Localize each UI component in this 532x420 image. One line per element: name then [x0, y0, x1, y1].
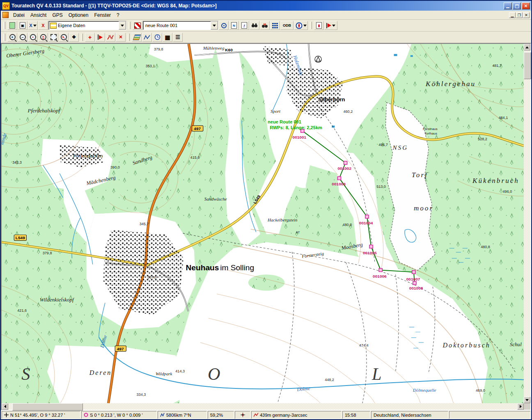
elevation-label: 390,0: [110, 165, 120, 169]
find-on-map-button[interactable]: M: [260, 21, 270, 30]
odb-button[interactable]: ODB: [280, 21, 294, 30]
data-source-dropdown-button[interactable]: [119, 21, 126, 30]
scroll-up-button[interactable]: [524, 44, 530, 50]
show-position-button[interactable]: [219, 21, 229, 30]
vertical-scroll-thumb[interactable]: [524, 52, 531, 79]
toolbar-grip[interactable]: [3, 22, 5, 29]
menu-fenster[interactable]: Fenster: [91, 11, 114, 19]
waypoint-marker[interactable]: [413, 281, 416, 285]
elevation-label: 448,2: [325, 378, 334, 382]
title-bar[interactable]: QV Touratech QV 4.0.133 Standard - [(1) …: [1, 1, 531, 11]
delete-button[interactable]: X: [38, 21, 48, 30]
toolbar-grip[interactable]: [128, 22, 131, 29]
area-label: Schul: [510, 341, 522, 347]
scroll-left-button[interactable]: [2, 403, 8, 410]
layers-button[interactable]: [132, 33, 142, 42]
topo-map[interactable]: 497 497 L549 K60 L549: [2, 44, 524, 403]
toolbar-grip[interactable]: [128, 34, 130, 41]
new-map-window-button[interactable]: ▣: [18, 21, 28, 30]
map-manager-button[interactable]: [7, 21, 17, 30]
region-letter: S: [21, 365, 30, 383]
plot-button[interactable]: [324, 21, 337, 30]
waypoint-marker[interactable]: [412, 270, 415, 274]
vertical-scrollbar[interactable]: [524, 44, 530, 403]
data-table-button[interactable]: [270, 21, 280, 30]
status-region-panel: Deutschland, Niedersachsen: [371, 411, 448, 419]
checkered-flag-icon: [134, 23, 141, 29]
track-tool-button[interactable]: [142, 33, 152, 42]
scroll-right-button[interactable]: [517, 403, 524, 410]
map-canvas[interactable]: 497 497 L549 K60 L549: [2, 44, 524, 403]
grid-toggle-button[interactable]: ▦: [163, 33, 172, 42]
legend-button[interactable]: ☰: [173, 33, 183, 42]
zoom-out-button[interactable]: −: [18, 33, 28, 42]
village-label: Fohlenplacken: [73, 153, 103, 158]
print-preview-button[interactable]: ▮: [314, 21, 324, 30]
menu-datei[interactable]: Datei: [10, 11, 28, 19]
status-distance: 5806km 7°N: [166, 413, 191, 418]
toolbar-grip[interactable]: [3, 34, 5, 41]
menu-ansicht[interactable]: Ansicht: [28, 11, 49, 19]
area-label: Deren: [89, 369, 112, 376]
toolbar-grip[interactable]: [81, 34, 83, 41]
compass-button[interactable]: [294, 21, 308, 30]
waypoint-marker[interactable]: [337, 177, 341, 180]
elevation-label: 367,0: [147, 275, 157, 279]
scroll-down-button[interactable]: [524, 397, 530, 403]
waypoint-marker[interactable]: [369, 245, 373, 248]
toolbar-grip[interactable]: [310, 22, 312, 29]
menu-gps[interactable]: GPS: [49, 11, 65, 19]
horizontal-scrollbar[interactable]: [2, 403, 524, 410]
minimize-button[interactable]: [504, 2, 512, 9]
zoom-window-button[interactable]: [48, 33, 58, 42]
poi-label: AT: [296, 231, 300, 234]
zoom-page-button[interactable]: ▯: [38, 33, 48, 42]
waypoint-marker[interactable]: [365, 215, 369, 218]
mdi-minimize-button[interactable]: ▁: [509, 12, 516, 18]
street-label: Mühlenweg: [203, 46, 225, 50]
pan-button[interactable]: ✥: [69, 33, 79, 42]
elevation-label: 345,7: [140, 222, 149, 226]
map-symbols: [315, 56, 321, 63]
route-flag-button[interactable]: [133, 21, 142, 30]
close-button[interactable]: ✕: [522, 2, 530, 9]
status-zoom-panel: 59,2%: [208, 411, 234, 419]
waypoint-marker[interactable]: [379, 269, 382, 272]
add-route-button[interactable]: [95, 33, 105, 42]
mdi-window-controls: ▁ ❐ ✕: [509, 12, 530, 18]
menu-optionen[interactable]: Optionen: [66, 11, 92, 19]
zoom-in-button[interactable]: +: [7, 33, 17, 42]
mdi-close-button[interactable]: ✕: [523, 12, 530, 18]
menu-bar: Datei Ansicht GPS Optionen Fenster ? ▁ ❐…: [1, 11, 531, 20]
status-offset: S 0 ° 0.213 ', W 0 ° 0.009 ': [90, 413, 143, 418]
find-button[interactable]: [250, 21, 259, 30]
app-window: QV Touratech QV 4.0.133 Standard - [(1) …: [0, 0, 532, 420]
waypoint-label: 001008: [409, 286, 423, 290]
route-combo[interactable]: neue Route 001: [143, 21, 218, 30]
add-waypoint-button[interactable]: +: [85, 33, 95, 42]
vertical-scroll-track[interactable]: [524, 50, 530, 397]
delete-route-point-button[interactable]: ✕: [116, 33, 126, 42]
time-tool-button[interactable]: [152, 33, 162, 42]
road-shield-l549: L549: [16, 236, 25, 240]
waypoint-marker[interactable]: [344, 161, 347, 164]
waypoint-label: 001006: [373, 274, 387, 278]
data-source-combo[interactable]: Eigene Daten: [48, 21, 126, 30]
map-sheets-icon: [9, 22, 15, 29]
poi-label: Torfhaus: [424, 132, 437, 135]
restore-button[interactable]: [513, 2, 521, 9]
zoom-select-icon: ↖: [61, 34, 67, 40]
waypoint-list-button[interactable]: N: [229, 21, 239, 30]
delete-options-button[interactable]: X: [28, 21, 38, 30]
zoom-previous-button[interactable]: •: [28, 33, 38, 42]
edit-route-button[interactable]: [105, 33, 115, 42]
route-list-button[interactable]: ƒ: [239, 21, 249, 30]
route-combo-dropdown-button[interactable]: [211, 21, 218, 30]
mdi-restore-button[interactable]: ❐: [516, 12, 523, 18]
horizontal-scroll-thumb[interactable]: [12, 403, 83, 411]
waypoint-label: 001007: [406, 277, 420, 281]
menu-help[interactable]: ?: [114, 11, 122, 19]
zoom-select-button[interactable]: ↖: [59, 33, 69, 42]
restore-icon: [515, 5, 519, 8]
horizontal-scroll-track[interactable]: [8, 403, 517, 410]
